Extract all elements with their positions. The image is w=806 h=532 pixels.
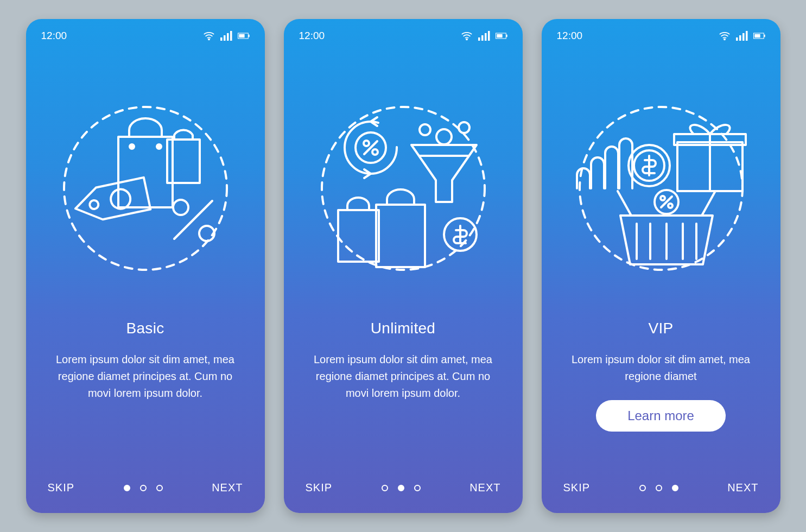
status-bar: 12:00 — [284, 19, 523, 46]
svg-point-30 — [420, 124, 430, 135]
svg-line-57 — [661, 197, 672, 207]
dot-1[interactable] — [124, 485, 130, 491]
wifi-icon — [461, 31, 473, 41]
svg-rect-18 — [481, 35, 484, 41]
svg-rect-41 — [754, 34, 760, 37]
signal-icon — [478, 31, 490, 41]
svg-point-13 — [173, 200, 188, 215]
svg-rect-23 — [506, 35, 507, 37]
dot-2[interactable] — [656, 485, 662, 491]
svg-point-11 — [88, 199, 99, 210]
plan-description: Lorem ipsum dolor sit dim amet, mea regi… — [308, 351, 498, 402]
page-dots — [124, 485, 163, 491]
battery-icon — [238, 31, 250, 41]
svg-point-0 — [208, 39, 209, 40]
dot-3[interactable] — [672, 485, 678, 491]
svg-point-32 — [459, 122, 469, 133]
content-area: VIP Lorem ipsum dolor sit dim amet, mea … — [542, 320, 780, 472]
clock: 12:00 — [41, 30, 67, 42]
status-icons — [203, 31, 250, 41]
status-bar: 12:00 — [26, 19, 265, 46]
plan-title: Unlimited — [371, 320, 435, 337]
footer-nav: SKIP NEXT — [26, 472, 265, 513]
content-area: Basic Lorem ipsum dolor sit dim amet, me… — [26, 320, 265, 472]
next-button[interactable]: NEXT — [212, 482, 243, 494]
svg-rect-6 — [239, 34, 244, 37]
skip-button[interactable]: SKIP — [563, 482, 591, 494]
svg-rect-1 — [220, 37, 223, 41]
clock: 12:00 — [557, 30, 583, 42]
onboarding-screen-vip: 12:00 — [542, 19, 780, 513]
learn-more-button[interactable]: Learn more — [596, 400, 726, 432]
svg-rect-20 — [488, 31, 490, 41]
status-bar: 12:00 — [542, 19, 780, 46]
plan-description: Lorem ipsum dolor sit dim amet, mea regi… — [50, 351, 240, 402]
svg-rect-3 — [227, 33, 229, 41]
svg-point-31 — [436, 129, 452, 144]
svg-rect-36 — [736, 37, 738, 41]
svg-rect-22 — [497, 34, 502, 37]
dot-1[interactable] — [382, 485, 388, 491]
svg-rect-2 — [224, 35, 226, 41]
signal-icon — [220, 31, 232, 41]
svg-rect-37 — [739, 35, 741, 41]
svg-rect-17 — [478, 37, 480, 41]
svg-rect-42 — [764, 35, 765, 37]
page-dots — [639, 485, 678, 491]
next-button[interactable]: NEXT — [469, 482, 500, 494]
dot-2[interactable] — [140, 485, 147, 491]
svg-point-35 — [724, 39, 725, 40]
dot-2[interactable] — [398, 485, 404, 491]
svg-rect-4 — [230, 31, 232, 41]
svg-rect-38 — [742, 33, 745, 41]
svg-point-16 — [466, 39, 467, 40]
next-button[interactable]: NEXT — [727, 482, 758, 494]
footer-nav: SKIP NEXT — [542, 472, 780, 513]
unlimited-illustration — [284, 46, 523, 320]
signal-icon — [736, 31, 748, 41]
battery-icon — [496, 31, 507, 41]
dot-3[interactable] — [156, 485, 163, 491]
status-icons — [719, 31, 765, 41]
wifi-icon — [203, 31, 215, 41]
onboarding-screen-basic: 12:00 — [26, 19, 265, 513]
vip-illustration — [542, 46, 780, 320]
svg-line-29 — [364, 141, 377, 154]
svg-point-56 — [668, 204, 672, 208]
svg-rect-39 — [746, 31, 748, 41]
status-icons — [461, 31, 507, 41]
footer-nav: SKIP NEXT — [284, 472, 523, 513]
skip-button[interactable]: SKIP — [306, 482, 333, 494]
wifi-icon — [719, 31, 731, 41]
clock: 12:00 — [299, 30, 325, 42]
content-area: Unlimited Lorem ipsum dolor sit dim amet… — [284, 320, 523, 472]
svg-point-9 — [130, 144, 134, 149]
svg-rect-7 — [248, 35, 249, 37]
plan-title: VIP — [648, 320, 673, 337]
basic-illustration — [26, 46, 265, 320]
onboarding-screen-unlimited: 12:00 — [284, 19, 523, 513]
svg-rect-19 — [485, 33, 487, 41]
skip-button[interactable]: SKIP — [48, 482, 75, 494]
battery-icon — [753, 31, 765, 41]
svg-point-10 — [157, 144, 161, 149]
plan-title: Basic — [126, 320, 164, 337]
svg-point-28 — [372, 149, 378, 155]
svg-point-55 — [661, 196, 665, 200]
svg-line-15 — [174, 201, 212, 239]
svg-point-27 — [364, 141, 369, 146]
dot-3[interactable] — [414, 485, 421, 491]
plan-description: Lorem ipsum dolor sit dim amet, mea regi… — [566, 351, 756, 385]
page-dots — [382, 485, 421, 491]
dot-1[interactable] — [639, 485, 646, 491]
